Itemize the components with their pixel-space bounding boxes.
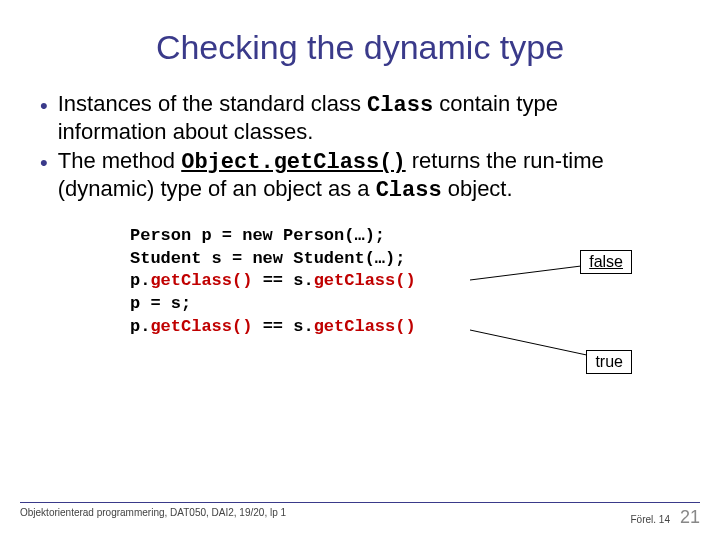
bullet-text: The method Object.getClass() returns the… xyxy=(58,148,672,205)
slide-content: • Instances of the standard class Class … xyxy=(0,91,720,339)
code-run: Class xyxy=(376,178,442,203)
footer-right: Förel. 14 xyxy=(631,514,670,525)
text-run: Instances of the standard class xyxy=(58,91,367,116)
code-block: Person p = new Person(…); Student s = ne… xyxy=(130,225,672,340)
text-run: The method xyxy=(58,148,182,173)
code-line: == s. xyxy=(252,271,313,290)
bullet-item: • Instances of the standard class Class … xyxy=(40,91,672,146)
code-example-area: Person p = new Person(…); Student s = ne… xyxy=(130,225,672,340)
slide-footer: Objektorienterad programmering, DAT050, … xyxy=(0,502,720,528)
code-line: Student s = new Student(…); xyxy=(130,249,405,268)
code-red-run: getClass() xyxy=(150,317,252,336)
code-red-run: getClass() xyxy=(314,317,416,336)
bullet-text: Instances of the standard class Class co… xyxy=(58,91,672,146)
footer-left: Objektorienterad programmering, DAT050, … xyxy=(20,507,286,528)
slide-title: Checking the dynamic type xyxy=(0,0,720,91)
footer-rule xyxy=(20,502,700,503)
code-run: Object.getClass() xyxy=(181,150,405,175)
page-number: 21 xyxy=(680,507,700,528)
bullet-dot-icon: • xyxy=(40,93,48,119)
code-line: Person p = new Person(…); xyxy=(130,226,385,245)
bullet-item: • The method Object.getClass() returns t… xyxy=(40,148,672,205)
text-run: object. xyxy=(442,176,513,201)
code-line: p. xyxy=(130,317,150,336)
code-line: p. xyxy=(130,271,150,290)
code-line: p = s; xyxy=(130,294,191,313)
bullet-dot-icon: • xyxy=(40,150,48,176)
code-red-run: getClass() xyxy=(150,271,252,290)
callout-true: true xyxy=(586,350,632,374)
code-line: == s. xyxy=(252,317,313,336)
code-red-run: getClass() xyxy=(314,271,416,290)
callout-false: false xyxy=(580,250,632,274)
code-run: Class xyxy=(367,93,433,118)
